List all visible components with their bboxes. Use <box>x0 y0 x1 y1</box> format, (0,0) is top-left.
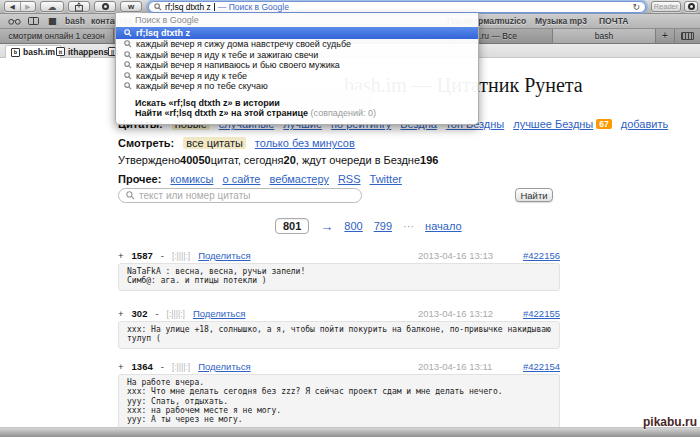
quote-rating: 1364 <box>132 361 153 372</box>
vote-plus-button[interactable]: + <box>118 308 124 319</box>
bookmark-item-muzyka-mp3[interactable]: Музыка mp3 <box>535 14 587 28</box>
bookmark-item-muzico[interactable]: muzico <box>497 14 526 28</box>
suggestion-selected[interactable]: rf;lsq dtxth z <box>116 27 478 39</box>
view-no-minuses[interactable]: только без минусов <box>255 137 355 149</box>
nav-item-add[interactable]: добавить <box>621 118 668 130</box>
suggestion-item[interactable]: каждый вечер я напиваюсь и бью своего му… <box>116 60 478 71</box>
reader-button[interactable]: Reader <box>651 1 681 12</box>
nav-item-abyss-best[interactable]: лучшее Бездны <box>513 118 593 130</box>
suggestion-item[interactable]: каждый вечер я иду к тебе и зажигаю свеч… <box>116 50 478 61</box>
prev-page-arrow[interactable]: → <box>320 219 333 234</box>
suggestion-item[interactable]: каждый вечер я сижу дома навстречу своей… <box>116 39 478 50</box>
search-icon <box>124 72 132 80</box>
share-link[interactable]: Поделиться <box>198 361 250 372</box>
search-icon <box>124 82 132 90</box>
suggestion-item[interactable]: каждый вечер я по тебе скучаю <box>116 81 478 92</box>
quote-body: На работе вчера. xxx: Что мне делать сег… <box>118 374 560 429</box>
current-page: 801 <box>275 218 309 234</box>
search-completion-text: — Поиск в Google <box>218 2 289 12</box>
share-link[interactable]: Поделиться <box>193 308 245 319</box>
new-tab-button[interactable]: + <box>656 29 675 43</box>
pikabu-watermark: pikabu.ru <box>643 415 697 429</box>
downloads-button[interactable] <box>684 1 698 12</box>
find-button[interactable]: Найти <box>515 188 553 202</box>
forward-icon[interactable]: ▶ <box>20 2 36 11</box>
page-link-800[interactable]: 800 <box>344 220 362 232</box>
tab-bash[interactable]: bash <box>553 29 656 43</box>
stats-text: , ждут очереди в Бездне <box>296 154 420 166</box>
share-button[interactable] <box>68 1 90 12</box>
vote-plus-button[interactable]: + <box>118 250 124 261</box>
page-link-799[interactable]: 799 <box>374 220 392 232</box>
quote-body: NaTaFkA : весна, весна, ручьи запели! Си… <box>118 263 560 291</box>
search-suggestions-dropdown: Поиск в Google rf;lsq dtxth z каждый веч… <box>115 13 479 125</box>
suggestion-text: rf;lsq dtxth z <box>136 28 190 38</box>
back-icon[interactable]: ◀ <box>5 2 20 11</box>
tab-smotrim-online[interactable]: смотрим онлайн 1 сезон <box>0 29 114 43</box>
dropdown-actions: Искать «rf;lsq dtxth z» в истории Найти … <box>116 98 478 119</box>
quote-date: 2013-04-16 13:11 <box>418 361 492 372</box>
nav-item-about[interactable]: о сайте <box>222 173 260 185</box>
find-on-page-text: Найти «rf;lsq dtxth z» на этой странице <box>135 108 308 118</box>
back-forward-control: ◀ ▶ <box>4 1 36 12</box>
quote-header: + 302 - [:||||:] Поделиться 2013-04-16 1… <box>118 308 560 319</box>
search-icon <box>154 3 162 11</box>
nav-view-row: Смотреть: все цитаты только без минусов <box>118 137 355 149</box>
quote-search-input[interactable]: текст или номер цитаты <box>118 188 362 203</box>
page-link-start[interactable]: начало <box>425 220 461 232</box>
reload-icon[interactable]: ↻ <box>632 3 640 12</box>
vote-minus-button[interactable]: - <box>161 250 164 261</box>
cloud-icon: ☁ <box>48 2 57 12</box>
top-sites-icon[interactable]: ▦ <box>48 14 57 28</box>
extension-button-w[interactable]: w <box>120 1 142 12</box>
watermark-strip <box>0 427 700 437</box>
search-icon <box>124 40 132 48</box>
tab-overview-button[interactable] <box>675 29 700 43</box>
bookmark-item-bash[interactable]: bash <box>65 14 85 28</box>
nav-item-webmaster[interactable]: вебмастеру <box>269 173 328 185</box>
nav-item-comics[interactable]: комиксы <box>170 173 213 185</box>
stats-abyss-queue: 196 <box>420 154 438 166</box>
share-link[interactable]: Поделиться <box>198 250 250 261</box>
quote-header: + 1364 - [:||||:] Поделиться 2013-04-16 … <box>118 361 560 372</box>
icloud-tabs-button[interactable]: ☁ <box>40 1 64 12</box>
quote-body: xxx: На улице +18, солнышко, а я, чтобы … <box>118 321 560 349</box>
suggestion-text: каждый вечер я напиваюсь и бью своего му… <box>136 60 340 70</box>
search-icon <box>124 61 132 69</box>
quote-id-link[interactable]: #422156 <box>523 250 560 261</box>
search-icon <box>124 51 132 59</box>
pagination: 801 → 800 799 ··· начало <box>275 218 462 234</box>
bookmark-item-pochta[interactable]: ПОЧТА <box>599 14 629 28</box>
bookmarks-book-icon[interactable] <box>28 14 39 28</box>
suggestions-group-header: Поиск в Google <box>116 13 478 27</box>
bash-logo-glyph: [:||||:] <box>172 251 190 261</box>
bash-favicon: b <box>11 48 20 57</box>
stats-text: Утверждено <box>118 154 180 166</box>
quote-rating: 302 <box>132 308 148 319</box>
bash-logo-glyph: [:||||:] <box>172 362 190 372</box>
search-in-history-action[interactable]: Искать «rf;lsq dtxth z» в истории <box>116 98 478 109</box>
w-icon: w <box>128 2 134 11</box>
vote-plus-button[interactable]: + <box>118 361 124 372</box>
search-query-text: rf;lsq dtxth z <box>165 2 211 12</box>
pages-ellipsis: ··· <box>403 220 414 232</box>
share-icon <box>74 2 84 12</box>
address-search-field[interactable]: rf;lsq dtxth z — Поиск в Google ↻ <box>148 1 646 13</box>
view-all-quotes[interactable]: все цитаты <box>183 137 246 149</box>
vote-minus-button[interactable]: - <box>155 308 158 319</box>
find-on-page-action[interactable]: Найти «rf;lsq dtxth z» на этой странице … <box>116 108 478 119</box>
quote-id-link[interactable]: #422154 <box>523 361 560 372</box>
nav-item-twitter[interactable]: Twitter <box>370 173 402 185</box>
nav-view-label: Смотреть: <box>118 137 174 149</box>
text-caret <box>214 3 215 11</box>
screenshot-root: ◀ ▶ ☁ w rf;lsq dtxth z — Поиск в <box>0 0 700 437</box>
nav-item-rss[interactable]: RSS <box>338 173 361 185</box>
extension-button-ring[interactable] <box>94 1 116 12</box>
quote-date: 2013-04-16 13:13 <box>418 250 493 261</box>
quote-date: 2013-04-16 13:12 <box>418 308 493 319</box>
quote-id-link[interactable]: #422155 <box>523 308 560 319</box>
vote-minus-button[interactable]: - <box>161 361 164 372</box>
reading-list-icon[interactable] <box>8 14 21 28</box>
ring-icon <box>102 3 109 10</box>
suggestion-item[interactable]: каждый вечер я иду к тебе <box>116 71 478 82</box>
